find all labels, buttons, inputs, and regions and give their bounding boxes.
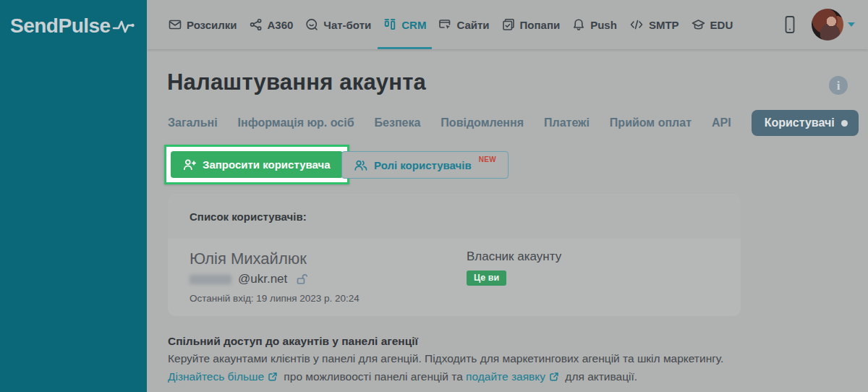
submit-application-link[interactable]: подайте заявку (466, 370, 545, 383)
agency-access-section: Спільний доступ до акаунтів у панелі аге… (168, 333, 862, 385)
its-you-badge: Це ви (467, 270, 506, 286)
nav-item-push[interactable]: Push (572, 0, 617, 49)
navbar-right-cluster (784, 0, 855, 49)
sidebar: SendPulse (0, 0, 147, 392)
account-menu[interactable] (812, 9, 855, 41)
agency-links-line: Дізнайтесь більше про можливоості панелі… (168, 368, 862, 385)
page-title: Налаштування акаунта (167, 69, 426, 95)
nav-item-crm[interactable]: CRM (383, 0, 426, 49)
info-icon[interactable] (829, 76, 848, 95)
masked-email-segment (190, 275, 231, 284)
highlight-annotation-frame: Запросити користувача (164, 145, 349, 184)
graduation-cap-icon (692, 18, 705, 31)
tab-security[interactable]: Безпека (375, 116, 421, 129)
share-nodes-icon (250, 18, 263, 31)
user-row: Юлія Михайлюк @ukr.net Останній вхід: 19… (168, 239, 741, 316)
active-tab-dot-icon (841, 120, 848, 127)
tab-users-selected[interactable]: Користувачі (752, 110, 859, 136)
nav-label: CRM (401, 19, 426, 31)
nav-item-smtp[interactable]: SMTP (629, 0, 679, 49)
user-role-column: Власник акаунту Це ви (467, 250, 561, 305)
nav-label: Чат-боти (323, 19, 371, 31)
sendpulse-logo[interactable]: SendPulse (0, 0, 147, 38)
nav-label: A360 (268, 19, 294, 31)
agency-description: Керуйте акаунтами клієнтів у панелі для … (168, 350, 862, 367)
bell-icon (572, 18, 585, 31)
envelope-icon (169, 18, 182, 31)
nav-label: Push (590, 19, 617, 31)
nav-label: Розсилки (187, 19, 237, 31)
user-info-column: Юлія Михайлюк @ukr.net Останній вхід: 19… (190, 250, 467, 305)
tab-accept-payments[interactable]: Прийом оплат (610, 116, 692, 129)
email-domain: @ukr.net (238, 272, 287, 286)
logo-text: SendPulse (10, 14, 111, 38)
nav-label: SMTP (649, 19, 679, 31)
user-list-title: Список користувачів: (190, 210, 307, 223)
browser-cursor-icon (438, 18, 451, 31)
tab-payments[interactable]: Платежі (544, 116, 590, 129)
unlock-icon (296, 273, 307, 285)
code-icon (629, 18, 644, 31)
nav-item-a360[interactable]: A360 (250, 0, 294, 49)
nav-label: Сайти (456, 19, 489, 31)
tab-label: Користувачі (765, 116, 835, 129)
tab-general[interactable]: Загальні (168, 116, 218, 129)
external-link-icon (268, 372, 278, 382)
top-navbar: Розсилки A360 Чат-боти CRM (147, 0, 868, 49)
chat-icon (305, 18, 318, 31)
kanban-icon (383, 18, 396, 31)
new-badge: NEW (479, 155, 496, 163)
invite-user-button[interactable]: Запросити користувача (171, 151, 343, 178)
agency-title: Спільний доступ до акаунтів у панелі аге… (168, 333, 862, 350)
agency-middle-text: про можливоості панелі агенцій та (281, 370, 466, 383)
user-plus-icon (183, 158, 196, 171)
mobile-icon[interactable] (784, 15, 796, 34)
user-name: Юлія Михайлюк (190, 250, 467, 268)
tab-api[interactable]: API (712, 116, 731, 129)
agency-end-text: для активації. (562, 370, 637, 383)
avatar (812, 9, 843, 41)
user-list-header: Список користувачів: (168, 194, 741, 239)
nav-item-sites[interactable]: Сайти (438, 0, 489, 49)
popup-check-icon (502, 18, 515, 31)
user-role: Власник акаунту (467, 250, 561, 264)
tab-notifications[interactable]: Повідомлення (441, 116, 524, 129)
pulse-icon (112, 17, 140, 35)
user-roles-label: Ролі користувачів (374, 159, 472, 171)
nav-label: Попапи (520, 19, 561, 31)
learn-more-link[interactable]: Дізнайтесь більше (168, 370, 264, 383)
nav-item-popups[interactable]: Попапи (502, 0, 561, 49)
invite-user-label: Запросити користувача (203, 158, 331, 171)
last-login: Останній вхід: 19 липня 2023 р. 20:24 (190, 293, 467, 304)
nav-item-chatbots[interactable]: Чат-боти (305, 0, 371, 49)
users-icon (354, 159, 367, 171)
user-roles-button[interactable]: Ролі користувачів NEW (341, 151, 509, 179)
nav-item-mailings[interactable]: Розсилки (169, 0, 237, 49)
settings-tabs: Загальні Інформація юр. осіб Безпека Пов… (168, 108, 859, 137)
nav-item-edu[interactable]: EDU (692, 0, 733, 49)
tab-legal-info[interactable]: Інформація юр. осіб (238, 116, 354, 129)
user-email-row: @ukr.net (190, 272, 467, 286)
user-list-card: Список користувачів: Юлія Михайлюк @ukr.… (168, 194, 741, 316)
chevron-down-icon (848, 22, 855, 27)
nav-label: EDU (710, 19, 733, 31)
external-link-icon (549, 372, 559, 382)
